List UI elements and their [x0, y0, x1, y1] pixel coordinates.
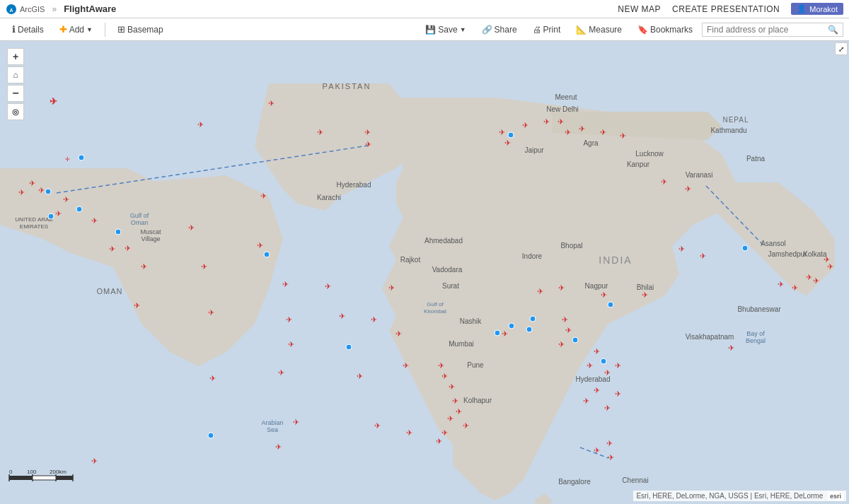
svg-rect-170	[9, 476, 33, 480]
search-input[interactable]	[707, 25, 828, 35]
svg-text:Hyderabad: Hyderabad	[337, 181, 371, 189]
svg-point-73	[115, 229, 121, 235]
svg-text:Agra: Agra	[583, 139, 599, 147]
svg-text:✈: ✈	[374, 421, 381, 430]
locate-button[interactable]: ◎	[7, 103, 24, 120]
search-box[interactable]: 🔍	[702, 23, 843, 37]
svg-text:✈: ✈	[275, 443, 282, 451]
toolbar: ℹ Details ✚ Add ▼ ⊞ Basemap 💾 Save ▼ 🔗 S…	[0, 18, 849, 41]
svg-rect-171	[33, 476, 56, 480]
svg-text:Varanasi: Varanasi	[686, 171, 713, 179]
add-button[interactable]: ✚ Add ▼	[53, 21, 99, 37]
app-title: FlightAware	[64, 4, 116, 14]
zoom-in-button[interactable]: +	[7, 48, 24, 65]
svg-text:✈: ✈	[364, 128, 371, 136]
svg-point-140	[509, 323, 514, 329]
svg-text:✈: ✈	[594, 386, 600, 394]
svg-text:✈: ✈	[537, 287, 543, 295]
user-badge[interactable]: 👤 Morakot	[791, 3, 843, 15]
save-label: Save	[438, 25, 457, 35]
svg-text:✈: ✈	[91, 457, 98, 465]
svg-text:✛: ✛	[65, 156, 70, 163]
bookmarks-button[interactable]: 🔖 Bookmarks	[631, 22, 699, 37]
svg-text:✈: ✈	[63, 195, 69, 204]
zoom-out-button[interactable]: −	[7, 85, 24, 102]
home-button[interactable]: ⌂	[7, 66, 24, 83]
svg-text:✈: ✈	[463, 421, 469, 430]
svg-text:✈: ✈	[565, 326, 572, 334]
print-button[interactable]: 🖨 Print	[526, 22, 567, 37]
svg-text:Gulf of: Gulf of	[130, 212, 149, 219]
svg-text:✈: ✈	[565, 128, 571, 136]
svg-text:Nagpur: Nagpur	[585, 282, 608, 290]
svg-text:Gulf of: Gulf of	[427, 301, 444, 307]
svg-text:✈: ✈	[504, 139, 511, 147]
svg-text:Vadodara: Vadodara	[432, 266, 463, 274]
expand-map-button[interactable]: ⤢	[835, 42, 848, 55]
measure-icon: 📐	[576, 25, 587, 35]
svg-text:✈: ✈	[615, 361, 621, 370]
svg-text:Rajkot: Rajkot	[400, 256, 421, 264]
svg-text:✈: ✈	[403, 361, 409, 370]
svg-text:✈: ✈	[600, 128, 606, 136]
scale-bar: 0 100 200km	[6, 467, 76, 487]
svg-text:Village: Village	[142, 235, 161, 242]
svg-text:✈: ✈	[371, 315, 377, 324]
details-label: Details	[18, 25, 44, 35]
save-button[interactable]: 💾 Save ▼	[419, 22, 472, 37]
svg-text:✈: ✈	[438, 361, 444, 370]
svg-text:New Delhi: New Delhi	[546, 105, 579, 113]
svg-text:✈: ✈	[91, 216, 98, 225]
svg-text:✈: ✈	[55, 209, 62, 218]
svg-text:✈: ✈	[441, 372, 448, 380]
svg-text:✈: ✈	[134, 301, 140, 310]
arcgis-label: ArcGIS	[20, 5, 45, 13]
svg-text:Bengal: Bengal	[746, 337, 766, 344]
map-container[interactable]: PAKISTAN Meerut New Delhi NEPAL Kathmand…	[0, 41, 849, 504]
svg-text:✈: ✈	[29, 179, 35, 187]
user-icon: 👤	[797, 4, 807, 13]
svg-text:✈: ✈	[583, 397, 589, 405]
measure-button[interactable]: 📐 Measure	[570, 22, 628, 37]
svg-point-83	[264, 252, 270, 257]
svg-text:Meerut: Meerut	[555, 93, 577, 101]
svg-text:A: A	[9, 7, 13, 12]
add-icon: ✚	[59, 24, 67, 35]
svg-text:Bhubaneswar: Bhubaneswar	[737, 305, 781, 313]
save-dropdown-icon: ▼	[460, 26, 466, 33]
svg-text:✈: ✈	[543, 117, 550, 126]
svg-text:Visakhapatnam: Visakhapatnam	[686, 333, 734, 341]
svg-text:✈: ✈	[325, 282, 331, 291]
svg-rect-172	[56, 476, 73, 480]
svg-text:✈: ✈	[685, 184, 691, 193]
svg-text:Karachi: Karachi	[317, 194, 341, 201]
basemap-button[interactable]: ⊞ Basemap	[111, 21, 170, 37]
share-icon: 🔗	[482, 25, 492, 35]
share-button[interactable]: 🔗 Share	[475, 22, 524, 37]
print-icon: 🖨	[533, 25, 541, 35]
svg-text:✈: ✈	[141, 262, 147, 271]
svg-point-125	[208, 433, 214, 438]
svg-text:✈: ✈	[209, 374, 216, 382]
add-label: Add	[69, 25, 84, 35]
svg-text:✈: ✈	[109, 245, 115, 253]
svg-text:✈: ✈	[18, 188, 25, 197]
scale-bar-graphic: 0 100 200km	[6, 467, 76, 485]
svg-text:✈: ✈	[293, 418, 299, 426]
create-presentation-link[interactable]: CREATE PRESENTATION	[672, 4, 780, 14]
svg-text:Pune: Pune	[467, 361, 484, 369]
svg-text:✈: ✈	[642, 291, 648, 299]
save-icon: 💾	[425, 25, 436, 35]
new-map-link[interactable]: NEW MAP	[618, 4, 661, 14]
svg-point-148	[572, 337, 578, 343]
add-dropdown-icon: ▼	[86, 26, 93, 33]
toolbar-right: 💾 Save ▼ 🔗 Share 🖨 Print 📐 Measure 🔖 Boo…	[419, 22, 843, 37]
svg-text:✈: ✈	[365, 140, 371, 148]
details-button[interactable]: ℹ Details	[6, 21, 50, 37]
svg-text:OMAN: OMAN	[97, 287, 123, 295]
svg-text:✈: ✈	[449, 382, 455, 391]
arcgis-icon: A	[6, 4, 17, 15]
svg-text:✈: ✈	[260, 192, 267, 200]
svg-text:Jamshedpur: Jamshedpur	[768, 250, 807, 258]
map-controls: + ⌂ − ◎	[7, 48, 24, 120]
